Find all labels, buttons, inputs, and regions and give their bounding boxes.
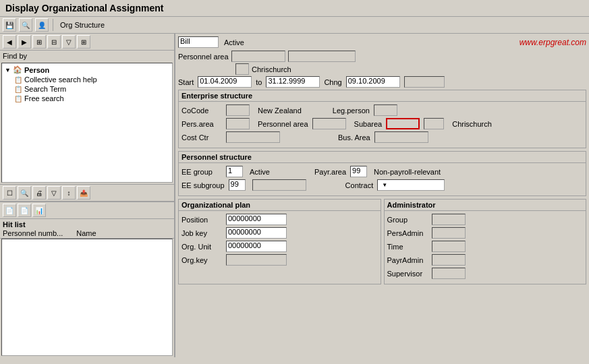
ee-group-row: EE group 1 Active Payr.area 99 Non-payro… — [181, 166, 583, 177]
grid2-icon[interactable]: ⊟ — [47, 35, 61, 49]
personnel-structure-content: EE group 1 Active Payr.area 99 Non-payro… — [179, 163, 586, 195]
expand-arrow: ▼ — [5, 67, 11, 73]
magnify-icon[interactable]: 🔍 — [18, 186, 31, 200]
person-icon[interactable]: 👤 — [35, 18, 49, 32]
personnel-area-row: Personnel area — [178, 51, 586, 62]
org-structure-label: Org Structure — [60, 21, 105, 29]
time-row: Time — [387, 241, 584, 252]
org-key-field[interactable] — [226, 254, 287, 266]
pers-area-label: Pers.area — [181, 120, 222, 128]
search-term-icon: 📋 — [14, 86, 22, 93]
leg-person-label: Leg.person — [333, 107, 370, 115]
start-date-field[interactable]: 01.04.2009 — [198, 76, 252, 88]
payr-admin-label: PayrAdmin — [387, 256, 428, 264]
left-toolbar-2: ☐ 🔍 🖨 ▽ ↕ 📤 — [0, 184, 174, 202]
org-key-label: Org.key — [181, 256, 222, 264]
main-toolbar: 💾 🔍 👤 Org Structure — [0, 17, 589, 34]
personnel-area-label2: Personnel area — [258, 120, 308, 128]
tree-item-person[interactable]: ▼ 🏠 Person — [3, 65, 171, 75]
pers-admin-row: PersAdmin — [387, 227, 584, 239]
copy2-icon[interactable]: 📄 — [18, 204, 31, 217]
cost-ctr-label: Cost Ctr — [181, 133, 222, 142]
free-search-label: Free search — [24, 94, 64, 102]
ee-subgroup-field[interactable]: 99 — [229, 179, 246, 191]
find-icon[interactable]: 🔍 — [19, 18, 32, 32]
group-field[interactable] — [432, 214, 466, 225]
personnel-structure-title: Personnel structure — [179, 152, 586, 163]
pers-admin-field[interactable] — [432, 227, 466, 239]
bus-area-field[interactable] — [374, 131, 428, 143]
job-key-field[interactable]: 00000000 — [226, 227, 287, 239]
box-icon[interactable]: ☐ — [3, 186, 16, 200]
expand-icon[interactable]: ⊞ — [77, 35, 90, 49]
filter-icon[interactable]: ▽ — [62, 35, 76, 49]
personnel-area-label: Personnel area — [178, 53, 229, 61]
personnel-area-field[interactable] — [231, 51, 285, 62]
chrischurch-checkbox[interactable] — [235, 63, 249, 75]
ee-group-field[interactable]: 1 — [226, 166, 243, 177]
chart-icon[interactable]: 📊 — [32, 204, 46, 217]
hit-list-body — [1, 239, 173, 356]
cocode-label: CoCode — [181, 107, 222, 115]
ee-subgroup-row: EE subgroup 99 Contract — [181, 179, 583, 191]
name-field[interactable]: Bill — [178, 36, 219, 48]
person-folder-icon: 🏠 — [13, 65, 22, 74]
find-by-label: Find by — [0, 51, 174, 61]
save-icon[interactable]: 💾 — [3, 18, 16, 32]
org-plan-section: Organizational plan Position 00000000 Jo… — [178, 199, 381, 284]
arrow-left-icon[interactable]: ◀ — [3, 35, 16, 49]
leg-person-field[interactable] — [374, 104, 397, 116]
tree-item-collective-search[interactable]: 📋 Collective search help — [3, 75, 171, 84]
print-icon[interactable]: 🖨 — [32, 186, 46, 200]
contract-label: Contract — [345, 181, 374, 189]
enterprise-structure-title: Enterprise structure — [179, 90, 586, 102]
org-plan-title: Organizational plan — [179, 200, 381, 211]
free-search-icon: 📋 — [14, 95, 22, 102]
chng-date-field[interactable]: 09.10.2009 — [346, 76, 400, 88]
job-key-label: Job key — [181, 229, 222, 237]
export-icon[interactable]: 📤 — [77, 186, 90, 200]
tree-area: ▼ 🏠 Person 📋 Collective search help 📋 Se… — [1, 63, 173, 183]
left-toolbar-1: ◀ ▶ ⊞ ⊟ ▽ ⊞ — [0, 34, 174, 51]
chng-extra-field — [404, 76, 445, 88]
payr-area-desc: Non-payroll-relevant — [374, 168, 441, 176]
tree-item-free-search[interactable]: 📋 Free search — [3, 94, 171, 103]
top-info-row: Bill Active www.erpgreat.com — [178, 36, 586, 48]
org-key-row: Org.key — [181, 254, 378, 266]
hit-list-col-1: Personnel numb... — [3, 229, 63, 237]
personnel-area-field2[interactable] — [312, 118, 346, 129]
group-label: Group — [387, 216, 428, 224]
copy1-icon[interactable]: 📄 — [3, 204, 16, 217]
left-toolbar-3: 📄 📄 📊 — [0, 202, 174, 219]
payr-admin-field[interactable] — [432, 254, 466, 266]
sort-icon[interactable]: ↕ — [62, 186, 76, 200]
time-field[interactable] — [432, 241, 466, 252]
position-field[interactable]: 00000000 — [226, 214, 287, 225]
cocode-row: CoCode New Zealand Leg.person — [181, 104, 583, 116]
to-label: to — [256, 78, 262, 86]
hit-list-col-2: Name — [76, 229, 96, 237]
search-term-label: Search Term — [24, 85, 66, 93]
pers-area-field[interactable] — [226, 118, 250, 129]
contract-dropdown[interactable] — [377, 179, 445, 191]
supervisor-field[interactable] — [432, 268, 466, 279]
administrator-title: Administrator — [385, 200, 586, 211]
ee-group-desc: Active — [250, 168, 270, 176]
cocode-field[interactable] — [226, 104, 250, 116]
grid-icon[interactable]: ⊞ — [32, 35, 46, 49]
chrischurch-row: Chrischurch — [178, 63, 586, 75]
tree-item-search-term[interactable]: 📋 Search Term — [3, 84, 171, 94]
filter2-icon[interactable]: ▽ — [47, 186, 61, 200]
toolbar-separator — [53, 19, 53, 31]
start-label: Start — [178, 78, 194, 86]
group-row: Group — [387, 214, 584, 225]
cost-ctr-field[interactable] — [226, 131, 280, 143]
subarea-field[interactable] — [386, 118, 420, 129]
subarea-extra[interactable] — [424, 118, 444, 129]
arrow-right-icon[interactable]: ▶ — [18, 35, 31, 49]
payr-area-field[interactable]: 99 — [350, 166, 367, 177]
end-date-field[interactable]: 31.12.9999 — [266, 76, 320, 88]
org-unit-field[interactable]: 00000000 — [226, 241, 287, 252]
org-plan-content: Position 00000000 Job key 00000000 Org. … — [179, 211, 381, 270]
administrator-section: Administrator Group PersAdmin Time — [384, 199, 587, 284]
